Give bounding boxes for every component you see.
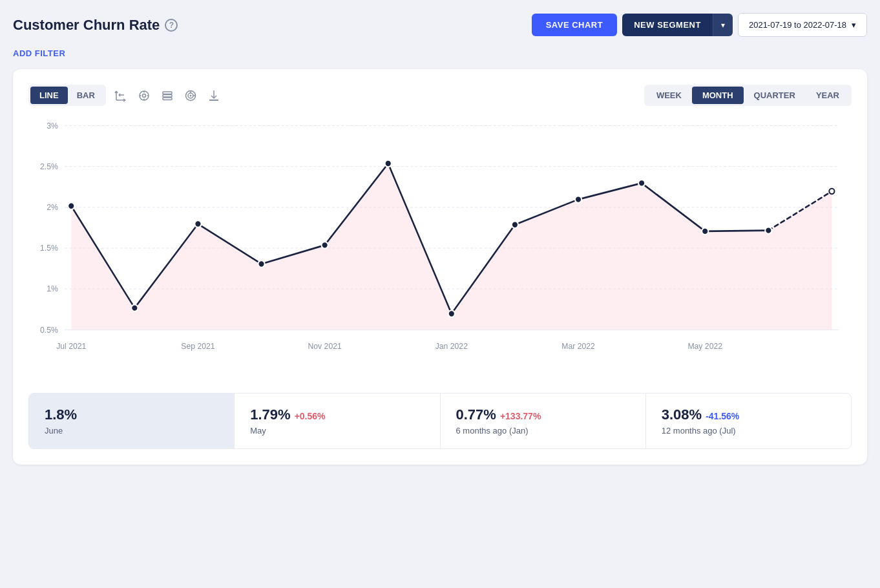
svg-point-46 <box>448 310 455 317</box>
new-segment-button[interactable]: NEW SEGMENT <box>622 14 713 36</box>
header-left: Customer Churn Rate ? <box>13 17 178 34</box>
svg-point-45 <box>385 160 392 167</box>
svg-rect-17 <box>163 98 172 100</box>
stat-prev-month-change: +0.56% <box>295 411 326 421</box>
svg-point-52 <box>829 189 834 194</box>
svg-text:Nov 2021: Nov 2021 <box>308 342 341 351</box>
chart-toolbar: LINE BAR <box>28 85 852 106</box>
stat-current-label: June <box>45 426 218 436</box>
svg-text:Jan 2022: Jan 2022 <box>435 342 468 351</box>
save-chart-button[interactable]: SAVE CHART <box>532 14 618 36</box>
new-segment-dropdown-button[interactable]: ▾ <box>713 14 733 36</box>
header-right: SAVE CHART NEW SEGMENT ▾ 2021-07-19 to 2… <box>532 13 867 37</box>
svg-point-20 <box>189 94 191 96</box>
chart-card: LINE BAR <box>13 69 867 465</box>
svg-point-10 <box>142 94 145 97</box>
target-icon[interactable] <box>183 89 198 103</box>
date-range-button[interactable]: 2021-07-19 to 2022-07-18 ▾ <box>738 13 867 37</box>
svg-point-41 <box>131 304 138 311</box>
svg-point-42 <box>194 220 201 227</box>
chart-type-group: LINE BAR <box>28 85 106 106</box>
stat-twelve-months-value: 3.08% <box>662 406 702 423</box>
stat-current-value: 1.8% <box>45 406 77 423</box>
chart-type-bar-button[interactable]: BAR <box>68 87 104 104</box>
date-range-label: 2021-07-19 to 2022-07-18 <box>749 20 846 30</box>
page-header: Customer Churn Rate ? SAVE CHART NEW SEG… <box>13 13 867 37</box>
svg-point-51 <box>765 227 771 234</box>
svg-point-40 <box>68 202 74 209</box>
help-icon[interactable]: ? <box>165 19 178 32</box>
period-quarter-button[interactable]: QUARTER <box>744 87 806 104</box>
chart-type-line-button[interactable]: LINE <box>30 87 68 104</box>
stat-six-months-label: 6 months ago (Jan) <box>456 426 630 436</box>
svg-text:2.5%: 2.5% <box>40 162 58 171</box>
stat-six-months-value: 0.77% <box>456 406 496 423</box>
stack-icon[interactable] <box>160 89 174 103</box>
chart-area: 3% 2.5% 2% 1.5% 1% 0.5% <box>28 119 852 377</box>
stats-row: 1.8% June 1.79% +0.56% May 0.77% +133.77… <box>28 393 852 449</box>
svg-point-43 <box>258 260 264 268</box>
add-filter-button[interactable]: ADD FILTER <box>13 48 65 58</box>
stat-current: 1.8% June <box>29 394 235 448</box>
filter-bar: ADD FILTER <box>13 47 867 59</box>
svg-point-48 <box>575 196 581 203</box>
svg-marker-38 <box>71 163 832 330</box>
new-segment-group: NEW SEGMENT ▾ <box>622 14 733 36</box>
stat-twelve-months-change: -41.56% <box>706 411 739 421</box>
svg-text:1%: 1% <box>47 284 58 293</box>
date-range-chevron-icon: ▾ <box>852 20 856 30</box>
period-month-button[interactable]: MONTH <box>692 87 744 104</box>
settings-icon[interactable] <box>137 89 151 103</box>
period-week-button[interactable]: WEEK <box>646 87 692 104</box>
svg-point-49 <box>638 180 645 187</box>
stat-six-months-change: +133.77% <box>500 411 541 421</box>
svg-point-50 <box>702 228 708 235</box>
svg-text:Sep 2021: Sep 2021 <box>181 342 215 351</box>
stat-six-months: 0.77% +133.77% 6 months ago (Jan) <box>441 394 646 448</box>
chart-svg: 3% 2.5% 2% 1.5% 1% 0.5% <box>28 119 852 377</box>
stat-prev-month-label: May <box>250 426 424 436</box>
svg-rect-16 <box>163 94 172 97</box>
svg-text:0.5%: 0.5% <box>40 325 58 334</box>
svg-text:Jul 2021: Jul 2021 <box>56 342 86 351</box>
chart-icons-group <box>114 89 221 103</box>
svg-text:3%: 3% <box>47 121 58 131</box>
svg-text:May 2022: May 2022 <box>687 342 722 351</box>
stat-prev-month: 1.79% +0.56% May <box>235 394 440 448</box>
stat-twelve-months: 3.08% -41.56% 12 months ago (Jul) <box>646 394 851 448</box>
chart-toolbar-left: LINE BAR <box>28 85 221 106</box>
svg-point-47 <box>512 222 518 229</box>
axes-icon[interactable] <box>114 89 128 103</box>
stat-prev-month-value: 1.79% <box>250 406 290 423</box>
period-year-button[interactable]: YEAR <box>806 87 850 104</box>
svg-point-44 <box>322 242 328 249</box>
svg-text:Mar 2022: Mar 2022 <box>561 342 595 351</box>
period-buttons-group: WEEK MONTH QUARTER YEAR <box>644 85 852 106</box>
svg-text:1.5%: 1.5% <box>40 244 58 253</box>
download-icon[interactable] <box>207 89 221 103</box>
stat-twelve-months-label: 12 months ago (Jul) <box>662 426 835 436</box>
page-title: Customer Churn Rate <box>13 17 160 34</box>
svg-text:2%: 2% <box>47 203 58 212</box>
svg-rect-15 <box>163 92 172 94</box>
